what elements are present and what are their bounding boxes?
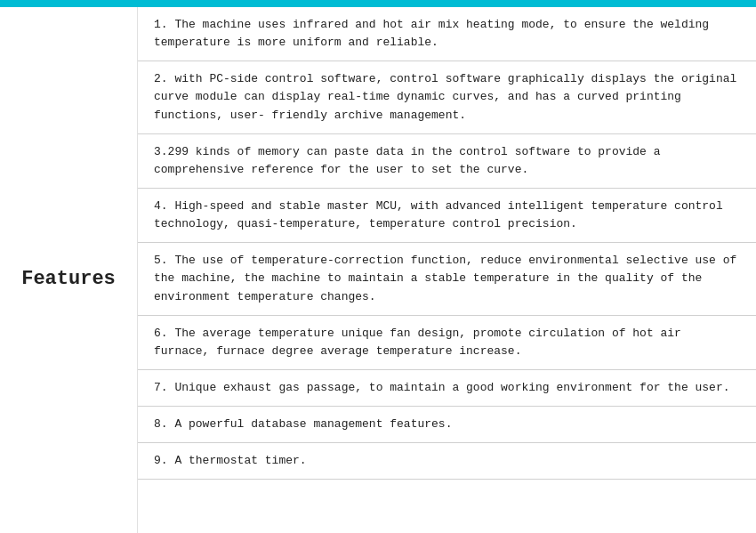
feature-row-1: 1. The machine uses infrared and hot air… <box>138 7 756 61</box>
features-label: Features <box>21 268 116 290</box>
left-panel: Features <box>0 7 138 533</box>
feature-row-5: 5. The use of temperature-correction fun… <box>138 243 756 315</box>
feature-row-3: 3.299 kinds of memory can paste data in … <box>138 134 756 189</box>
feature-row-8: 8. A powerful database management featur… <box>138 407 756 443</box>
feature-row-6: 6. The average temperature unique fan de… <box>138 316 756 370</box>
feature-row-2: 2. with PC-side control software, contro… <box>138 61 756 133</box>
feature-row-4: 4. High-speed and stable master MCU, wit… <box>138 189 756 243</box>
feature-row-9: 9. A thermostat timer. <box>138 443 756 480</box>
feature-row-7: 7. Unique exhaust gas passage, to mainta… <box>138 370 756 407</box>
top-bar <box>0 0 756 7</box>
main-content: Features 1. The machine uses infrared an… <box>0 7 756 533</box>
features-list: 1. The machine uses infrared and hot air… <box>138 7 756 533</box>
